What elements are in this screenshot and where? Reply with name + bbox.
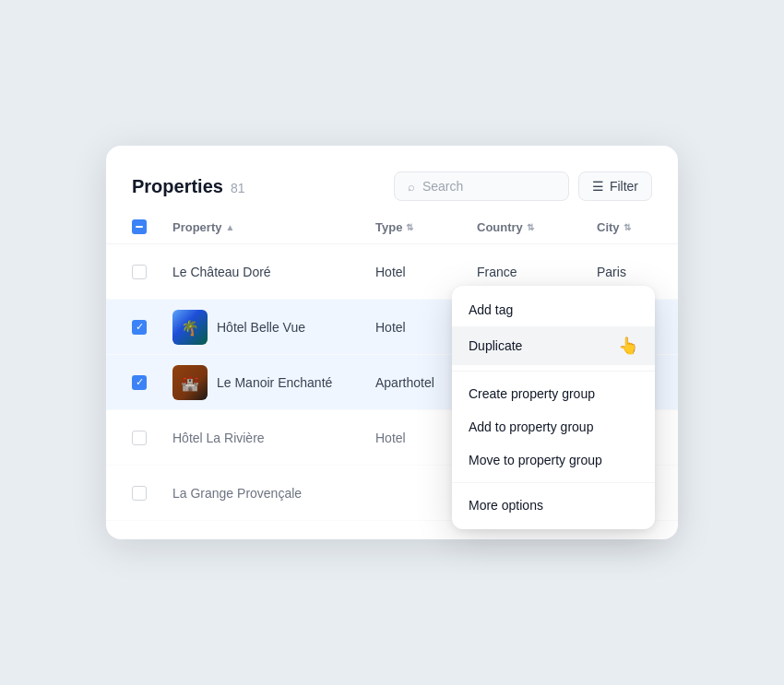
row-checkbox-cell [132,320,172,335]
header-checkbox-cell [132,219,172,234]
th-type: Type ⇅ [375,219,477,234]
type-value: Hotel [375,431,406,445]
th-type-label: Type [375,220,402,234]
property-name: Le Manoir Enchanté [217,375,332,390]
header-actions: ⌕ Search ☰ Filter [394,171,652,201]
page-title: Properties [132,176,223,197]
sort-icon-city[interactable]: ⇅ [624,222,631,232]
row-checkbox[interactable] [132,486,147,501]
sort-icon-type[interactable]: ⇅ [406,222,413,232]
menu-item-label: Move to property group [469,453,602,467]
menu-item-duplicate[interactable]: Duplicate 👆 [452,326,655,365]
menu-item-label: Add tag [469,302,513,317]
property-cell: La Grange Provençale [172,486,375,501]
title-group: Properties 81 [132,176,245,197]
search-box[interactable]: ⌕ Search [394,171,569,201]
sort-icon-country[interactable]: ⇅ [527,222,534,232]
property-cell: Le Château Doré [172,265,375,279]
property-cell: Le Manoir Enchanté [172,365,375,400]
table-header: Property ▲ Type ⇅ Country ⇅ City ⇅ [106,219,678,244]
filter-button[interactable]: ☰ Filter [578,171,652,201]
row-checkbox-cell [132,431,172,445]
th-property-label: Property [172,220,221,234]
sort-icon-property[interactable]: ▲ [225,222,234,232]
row-checkbox[interactable] [132,375,147,390]
menu-item-add-to-group[interactable]: Add to property group [452,410,655,443]
filter-label: Filter [610,179,638,194]
select-all-checkbox[interactable] [132,219,147,234]
menu-item-label: Add to property group [469,419,593,434]
country-value: France [477,265,517,279]
th-property: Property ▲ [172,219,375,234]
th-city: City ⇅ [597,219,698,234]
menu-item-more-options[interactable]: More options [452,489,655,522]
th-city-label: City [597,220,620,234]
cursor-icon: 👆 [618,336,638,356]
property-name: Le Château Doré [172,265,271,279]
row-checkbox[interactable] [132,431,147,445]
property-thumbnail [172,365,208,400]
city-value: Paris [597,265,626,279]
property-name: Hôtel Belle Vue [217,320,305,335]
menu-item-add-tag[interactable]: Add tag [452,293,655,326]
search-placeholder: Search [422,179,463,194]
property-cell: Hôtel Belle Vue [172,310,375,345]
property-count: 81 [231,181,245,195]
menu-item-label: Duplicate [469,338,522,353]
row-checkbox-cell [132,375,172,390]
property-thumbnail [172,310,208,345]
row-checkbox[interactable] [132,265,147,279]
property-cell: Hôtel La Rivière [172,431,375,445]
type-value: Aparthotel [375,375,434,390]
city-cell: Paris [597,264,698,280]
card-header: Properties 81 ⌕ Search ☰ Filter [106,171,678,219]
row-checkbox[interactable] [132,320,147,335]
row-checkbox-cell [132,486,172,501]
search-icon: ⌕ [408,180,415,194]
type-value: Hotel [375,265,406,279]
th-country-label: Country [477,220,523,234]
th-country: Country ⇅ [477,219,597,234]
filter-icon: ☰ [592,179,604,194]
menu-divider [452,482,655,483]
context-menu: Add tag Duplicate 👆 Create property grou… [452,286,655,529]
country-cell: France [477,264,597,280]
type-cell: Hotel [375,264,477,280]
menu-item-label: Create property group [469,386,595,401]
menu-item-move-to-group[interactable]: Move to property group [452,443,655,477]
menu-divider [452,371,655,372]
menu-item-create-group[interactable]: Create property group [452,377,655,410]
type-value: Hotel [375,320,406,335]
row-checkbox-cell [132,265,172,279]
menu-item-label: More options [469,498,543,513]
property-name: La Grange Provençale [172,486,302,501]
property-name: Hôtel La Rivière [172,431,265,445]
